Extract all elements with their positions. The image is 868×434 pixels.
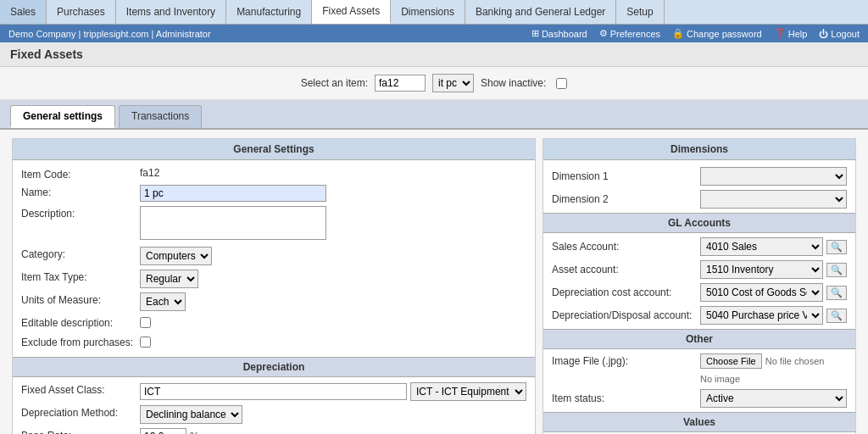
nav-setup[interactable]: Setup	[616, 0, 664, 24]
exclude-from-purchases-checkbox[interactable]	[140, 337, 151, 348]
depreciation-cost-search-btn[interactable]: 🔍	[826, 286, 847, 300]
depreciation-cost-value: 5010 Cost of Goods Sold - Retail 🔍	[700, 283, 847, 302]
item-tax-type-select[interactable]: Regular	[140, 270, 198, 288]
item-type-select[interactable]: it pc	[432, 74, 474, 92]
choose-file-btn[interactable]: Choose File	[700, 353, 762, 369]
item-status-select[interactable]: Active	[700, 389, 847, 408]
name-input[interactable]	[140, 185, 326, 202]
item-code-row: Item Code: fa12	[21, 167, 526, 181]
page-title: Fixed Assets	[0, 42, 868, 67]
nav-banking[interactable]: Banking and General Ledger	[465, 0, 616, 24]
tabs-bar: General settings Transactions	[0, 100, 868, 130]
dimension2-label: Dimension 2	[552, 193, 700, 205]
item-tax-type-label: Item Tax Type:	[21, 270, 140, 283]
editable-description-value	[140, 315, 526, 331]
no-image-text: No image	[700, 374, 740, 384]
depreciation-method-label: Depreciation Method:	[21, 405, 140, 419]
top-navigation: Sales Purchases Items and Inventory Manu…	[0, 0, 868, 25]
fixed-asset-class-label: Fixed Asset Class:	[21, 382, 140, 396]
right-panel: Dimensions Dimension 1 Dimension 2 GL Ac…	[542, 138, 856, 434]
depreciation-disposal-value: 5040 Purchase price Variance 🔍	[700, 306, 847, 325]
item-status-value: Active	[700, 389, 847, 408]
image-file-value: Choose File No file chosen	[700, 353, 847, 369]
asset-account-search-btn[interactable]: 🔍	[826, 263, 847, 277]
editable-description-label: Editable description:	[21, 315, 140, 329]
fa-class-name-select[interactable]: ICT - ICT Equipment	[410, 382, 526, 401]
logout-link[interactable]: ⏻ Logout	[819, 29, 860, 39]
show-inactive-checkbox[interactable]	[556, 78, 567, 89]
main-content: General Settings Item Code: fa12 Name: D…	[0, 130, 868, 434]
dashboard-icon: ⊞	[531, 28, 539, 39]
general-settings-panel: General Settings Item Code: fa12 Name: D…	[12, 138, 536, 434]
logout-label: Logout	[831, 29, 860, 39]
depreciation-cost-select[interactable]: 5010 Cost of Goods Sold - Retail	[700, 283, 823, 302]
exclude-from-purchases-value	[140, 335, 526, 350]
select-item-input[interactable]	[375, 75, 426, 92]
depreciation-disposal-label: Depreciation/Disposal account:	[552, 309, 700, 321]
sales-account-search-btn[interactable]: 🔍	[826, 240, 847, 254]
description-value	[140, 206, 526, 242]
percent-symbol: %	[190, 431, 199, 434]
power-icon: ⏻	[819, 29, 828, 39]
asset-account-select[interactable]: 1510 Inventory	[700, 260, 823, 279]
base-rate-row: Base Rate: %	[21, 428, 526, 434]
name-row: Name:	[21, 185, 526, 202]
base-rate-label: Base Rate:	[21, 428, 140, 434]
nav-dimensions[interactable]: Dimensions	[391, 0, 465, 24]
tab-transactions[interactable]: Transactions	[119, 105, 202, 128]
fa-class-code-input[interactable]	[140, 383, 407, 400]
exclude-from-purchases-row: Exclude from purchases:	[21, 335, 526, 350]
depreciation-method-row: Depreciation Method: Declining balance	[21, 405, 526, 424]
item-tax-type-row: Item Tax Type: Regular	[21, 270, 526, 288]
depreciation-method-select[interactable]: Declining balance	[140, 405, 242, 424]
dimension1-select[interactable]	[700, 167, 847, 186]
asset-account-row: Asset account: 1510 Inventory 🔍	[552, 260, 847, 279]
nav-items-inventory[interactable]: Items and Inventory	[116, 0, 226, 24]
dashboard-label: Dashboard	[542, 29, 587, 39]
description-textarea[interactable]	[140, 206, 326, 240]
dashboard-link[interactable]: ⊞ Dashboard	[531, 28, 587, 39]
nav-fixed-assets[interactable]: Fixed Assets	[312, 0, 391, 24]
help-link[interactable]: ❓ Help	[774, 28, 808, 39]
dimension1-label: Dimension 1	[552, 170, 700, 182]
description-label: Description:	[21, 206, 140, 220]
change-password-label: Change password	[687, 29, 762, 39]
company-info: Demo Company | tripplesight.com | Admini…	[8, 29, 211, 39]
dimension2-value	[700, 190, 847, 209]
sales-account-select[interactable]: 4010 Sales	[700, 237, 823, 256]
image-file-label: Image File (.jpg):	[552, 355, 700, 367]
category-row: Category: Computers	[21, 247, 526, 265]
values-header: Values	[543, 412, 855, 432]
item-code-value: fa12	[140, 167, 526, 179]
nav-sales[interactable]: Sales	[0, 0, 47, 24]
name-value	[140, 185, 526, 202]
dimension2-select[interactable]	[700, 190, 847, 209]
units-of-measure-select[interactable]: Each	[140, 292, 186, 311]
nav-manufacturing[interactable]: Manufacturing	[226, 0, 312, 24]
preferences-link[interactable]: ⚙ Preferences	[599, 28, 660, 39]
right-panel-body: Dimension 1 Dimension 2 GL Accounts Sale…	[543, 160, 855, 434]
asset-account-value: 1510 Inventory 🔍	[700, 260, 847, 279]
depreciation-cost-row: Depreciation cost account: 5010 Cost of …	[552, 283, 847, 302]
fixed-asset-class-row: Fixed Asset Class: ICT - ICT Equipment	[21, 382, 526, 401]
depreciation-cost-label: Depreciation cost account:	[552, 287, 700, 298]
category-value: Computers	[140, 247, 526, 265]
tab-general-settings[interactable]: General settings	[10, 105, 115, 128]
lock-icon: 🔒	[672, 28, 684, 39]
units-of-measure-value: Each	[140, 292, 526, 311]
category-select[interactable]: Computers	[140, 247, 212, 265]
units-of-measure-row: Units of Measure: Each	[21, 292, 526, 311]
asset-account-label: Asset account:	[552, 264, 700, 275]
change-password-link[interactable]: 🔒 Change password	[672, 28, 762, 39]
base-rate-input[interactable]	[140, 428, 186, 434]
editable-description-checkbox[interactable]	[140, 317, 151, 328]
units-of-measure-label: Units of Measure:	[21, 292, 140, 306]
category-label: Category:	[21, 247, 140, 260]
depreciation-disposal-select[interactable]: 5040 Purchase price Variance	[700, 306, 823, 325]
sales-account-value: 4010 Sales 🔍	[700, 237, 847, 256]
nav-purchases[interactable]: Purchases	[47, 0, 116, 24]
help-icon: ❓	[774, 28, 786, 39]
item-status-label: Item status:	[552, 392, 700, 404]
sales-account-row: Sales Account: 4010 Sales 🔍	[552, 237, 847, 256]
depreciation-disposal-search-btn[interactable]: 🔍	[826, 309, 847, 323]
